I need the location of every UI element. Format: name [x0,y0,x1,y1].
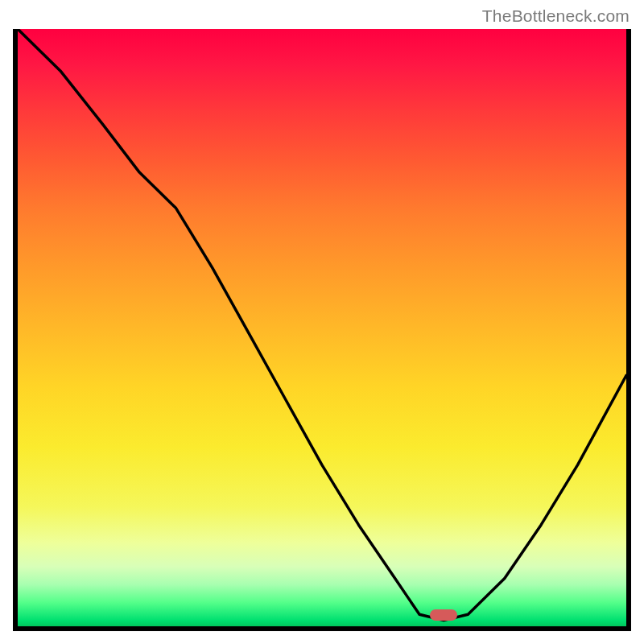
optimum-marker [430,609,457,621]
watermark-text: TheBottleneck.com [482,6,630,26]
chart-frame [13,29,631,631]
chart-gradient-background [18,29,626,626]
